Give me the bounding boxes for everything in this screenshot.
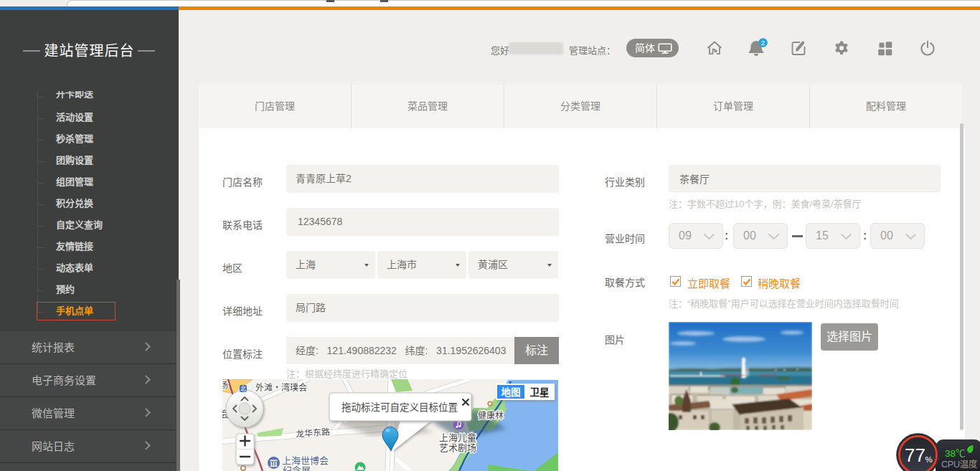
svg-text:健康林: 健康林 bbox=[478, 410, 504, 421]
svg-text:艺术剧场: 艺术剧场 bbox=[439, 442, 476, 453]
svg-text:拖动标注可自定义目标位置: 拖动标注可自定义目标位置 bbox=[341, 402, 458, 413]
svg-text:纪念展: 纪念展 bbox=[283, 465, 311, 471]
svg-text:上海世博会: 上海世博会 bbox=[282, 455, 329, 466]
svg-text:上海儿童: 上海儿童 bbox=[439, 432, 476, 443]
svg-text:地图: 地图 bbox=[501, 386, 521, 398]
svg-text:场: 场 bbox=[222, 381, 228, 391]
svg-text:%: % bbox=[925, 455, 932, 464]
svg-text:外滩・湾璞会: 外滩・湾璞会 bbox=[255, 382, 307, 393]
svg-text:2: 2 bbox=[761, 39, 765, 47]
svg-text:卫星: 卫星 bbox=[530, 387, 550, 398]
svg-text:77: 77 bbox=[905, 444, 925, 466]
svg-text:北: 北 bbox=[240, 386, 246, 392]
